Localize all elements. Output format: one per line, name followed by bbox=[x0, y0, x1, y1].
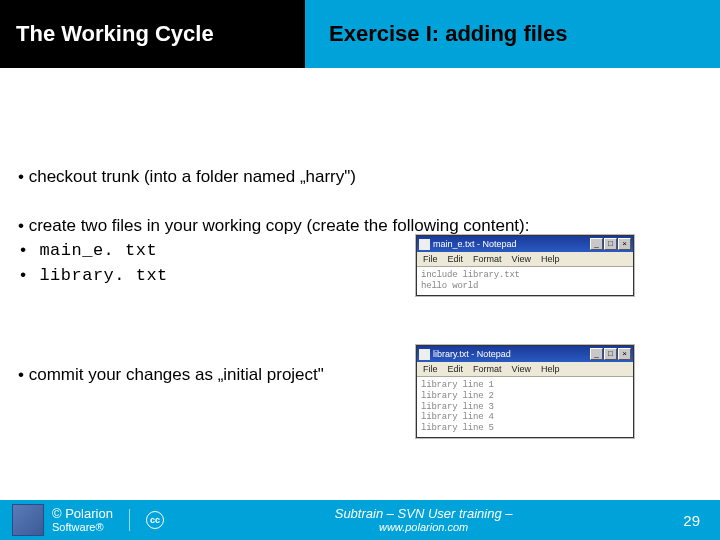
menu-edit[interactable]: Edit bbox=[448, 254, 464, 264]
bullet-checkout: • checkout trunk (into a folder named „h… bbox=[18, 166, 702, 189]
notepad-app-icon bbox=[419, 349, 430, 360]
menu-edit[interactable]: Edit bbox=[448, 364, 464, 374]
minimize-button[interactable]: _ bbox=[590, 348, 603, 360]
footer-training-text: Subtrain – SVN User training – bbox=[164, 507, 683, 521]
text-line: library line 5 bbox=[421, 423, 629, 434]
polarion-logo-icon bbox=[12, 504, 44, 536]
footer-copyright: © Polarion Software® bbox=[52, 507, 113, 533]
menu-help[interactable]: Help bbox=[541, 364, 560, 374]
notepad-menubar: File Edit Format View Help bbox=[417, 362, 633, 377]
notepad-title: main_e.txt - Notepad bbox=[433, 239, 590, 249]
header-right-blue: Exercise I: adding files bbox=[305, 0, 720, 68]
menu-file[interactable]: File bbox=[423, 254, 438, 264]
notepad-titlebar: main_e.txt - Notepad _ □ × bbox=[417, 236, 633, 252]
maximize-button[interactable]: □ bbox=[604, 238, 617, 250]
slide-footer: © Polarion Software® cc Subtrain – SVN U… bbox=[0, 500, 720, 540]
menu-help[interactable]: Help bbox=[541, 254, 560, 264]
copyright-line-2: Software® bbox=[52, 521, 113, 533]
minimize-button[interactable]: _ bbox=[590, 238, 603, 250]
footer-separator bbox=[129, 509, 130, 531]
footer-url: www.polarion.com bbox=[164, 521, 683, 533]
text-line: library line 4 bbox=[421, 412, 629, 423]
text-line: library line 2 bbox=[421, 391, 629, 402]
notepad-titlebar: library.txt - Notepad _ □ × bbox=[417, 346, 633, 362]
notepad-app-icon bbox=[419, 239, 430, 250]
menu-view[interactable]: View bbox=[512, 364, 531, 374]
header-left-black: The Working Cycle bbox=[0, 0, 305, 68]
footer-center-text: Subtrain – SVN User training – www.polar… bbox=[164, 507, 683, 533]
notepad-menubar: File Edit Format View Help bbox=[417, 252, 633, 267]
maximize-button[interactable]: □ bbox=[604, 348, 617, 360]
menu-view[interactable]: View bbox=[512, 254, 531, 264]
close-button[interactable]: × bbox=[618, 238, 631, 250]
copyright-line-1: © Polarion bbox=[52, 507, 113, 521]
notepad-body[interactable]: include library.txt hello world bbox=[417, 267, 633, 295]
menu-format[interactable]: Format bbox=[473, 364, 502, 374]
text-line: library line 3 bbox=[421, 402, 629, 413]
close-button[interactable]: × bbox=[618, 348, 631, 360]
menu-format[interactable]: Format bbox=[473, 254, 502, 264]
text-line: include library.txt bbox=[421, 270, 629, 281]
notepad-library: library.txt - Notepad _ □ × File Edit Fo… bbox=[416, 345, 634, 438]
slide-title: Exercise I: adding files bbox=[329, 21, 567, 47]
menu-file[interactable]: File bbox=[423, 364, 438, 374]
text-line: library line 1 bbox=[421, 380, 629, 391]
notepad-main-e: main_e.txt - Notepad _ □ × File Edit For… bbox=[416, 235, 634, 296]
notepad-body[interactable]: library line 1 library line 2 library li… bbox=[417, 377, 633, 437]
text-line: hello world bbox=[421, 281, 629, 292]
notepad-title: library.txt - Notepad bbox=[433, 349, 590, 359]
cc-icon: cc bbox=[146, 511, 164, 529]
section-title: The Working Cycle bbox=[16, 21, 214, 47]
page-number: 29 bbox=[683, 512, 700, 529]
slide-header: The Working Cycle Exercise I: adding fil… bbox=[0, 0, 720, 68]
